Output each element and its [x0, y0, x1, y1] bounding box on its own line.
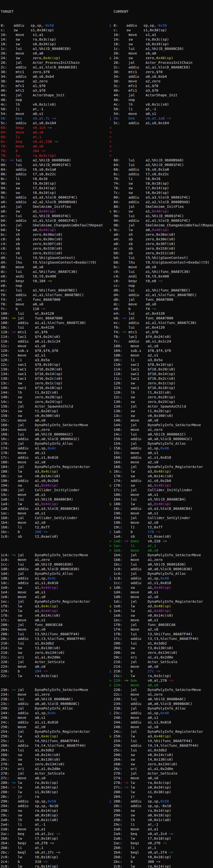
asm-line: 23c: addiu a0,a0,%lo(D_0600BA8C)	[1, 702, 108, 706]
asm-token: 0x40(sp)	[154, 586, 171, 590]
asm-token: 140: swc1 $f16,0x18(sp)	[1, 386, 63, 390]
asm-token: s	[109, 609, 113, 613]
asm-line: 11c: move a1,s0	[1, 344, 108, 348]
asm-line: 1e8: move a2,s0	[1, 595, 108, 599]
asm-line: 198: move a2,s0	[109, 520, 213, 525]
asm-line: 210: lui a1,0x3db2	[1, 641, 108, 646]
asm-line: 108: move a2,s1	[109, 353, 213, 358]
asm-token: mtc1 at,$f6	[15, 330, 47, 334]
asm-line: > 1a8: ~> bnez v0,220 ~>	[109, 539, 213, 544]
asm-line: 1b8: li t2,0xff	[1, 525, 108, 530]
asm-line: 254: jal DynaPolyInfo_RegisterActor	[1, 730, 108, 734]
asm-line: i 218: b 27c ~>	[109, 669, 213, 674]
asm-token: <	[109, 135, 111, 139]
asm-line: e8: ~> jal func_80A87800	[109, 316, 213, 320]
asm-line: 15c: move a0,s0	[1, 418, 108, 423]
asm-line: 284: ~> lw s0,0x34(sp)	[1, 785, 108, 790]
asm-token: 134: jal Actor_SpawnAsChild	[109, 404, 186, 408]
asm-token: 140: move a0,s0	[109, 418, 158, 422]
asm-token: 2a8: lw t7,0x18(sp)	[109, 836, 171, 840]
asm-token: 218: b	[113, 669, 148, 673]
asm-line: 2a4: beq v0,at,2c4 ~>	[109, 832, 213, 836]
asm-line: 54: move a0,s1	[109, 112, 213, 116]
asm-token: 260: addiu t4,t4,%lo(func_80A87F44)	[1, 744, 86, 747]
asm-line: 198: jal Collider_InitCylinder	[1, 488, 108, 492]
asm-line: 40: mfc1 a3,$f0	[1, 88, 108, 93]
asm-line: > 1b0: move a0,s0	[109, 548, 213, 553]
asm-line: 1c4: jal DynaPolyInfo_Alloc	[109, 571, 213, 576]
asm-token: 214: move a0,s0	[109, 664, 158, 669]
asm-line: 10: move s1,a1	[109, 33, 213, 37]
asm-token: 38: move a2,zero	[109, 79, 161, 83]
asm-token: 2a0: move a3,a1	[109, 827, 158, 831]
asm-token: ec: lui a1,%hi(func_80A87BEC)	[1, 288, 77, 292]
asm-token: d4: addiu a1,a1,%lo(func_80A87BEC)	[109, 293, 197, 297]
asm-line: fc: addiu a0,s1,0x1c24	[109, 339, 213, 344]
asm-token: 1b4: jal DynaPolyInfo_SetActorMove	[109, 553, 201, 557]
asm-line: 104: sub.s $f8,$f4,$f6	[109, 348, 213, 353]
asm-token: 30: mtc1 zero,$f0	[1, 70, 50, 74]
asm-line: 110: ~> mtc1 at,$f6	[1, 330, 108, 335]
asm-line: 1b4: jal DynaPolyInfo_SetActorMove	[109, 553, 213, 557]
asm-line: 20: move s0,a0	[1, 51, 108, 56]
asm-token: 90: lui a1,%hi(D_06001F4C)	[109, 214, 184, 218]
asm-token: <	[109, 144, 111, 148]
asm-token: 270: sw zero,0x134(s0)	[1, 762, 65, 766]
asm-line: 128: lh t1,0x32(s0)	[109, 390, 213, 395]
asm-line: 70: move a0,s0	[1, 144, 108, 149]
asm-line: ac: sb zero,0x310(s0)	[109, 246, 213, 251]
asm-token: 94: addiu a1,a1,%lo(D_06001F4C)	[109, 219, 190, 222]
asm-token: > 1b0: move a0,s0	[109, 549, 158, 552]
asm-token: <	[109, 126, 111, 130]
asm-token: 60: beqz v0,1c4	[1, 126, 47, 130]
asm-token	[41, 530, 43, 534]
asm-line: f4: ~> mtc1 at,$f6	[109, 330, 213, 335]
asm-line: 190: addiu a1,s0,0x2b0	[1, 478, 108, 483]
asm-token: 9c: addiu a3,a3,%lo(D_06001F4C)	[1, 195, 77, 199]
asm-line: 14c: sw zero,0x24(sp)	[1, 400, 108, 404]
asm-token: 29c: sw a0,0x18(sp)	[1, 813, 58, 817]
asm-token: 88: addiu t7,s0,0x22c	[1, 172, 56, 176]
current-column-header: CURRENT	[109, 9, 213, 14]
asm-token: 294: sw a0,0x18(sp)	[109, 813, 171, 817]
asm-token: 1e8: sw v0,0x14c(s0)	[109, 614, 173, 617]
asm-token: 18: sw s0,0x34(sp)	[109, 42, 169, 46]
asm-token: 1fc: move a0,s1	[1, 618, 45, 622]
asm-line: | 58: bne v0,at,1a8 ~>	[109, 116, 213, 121]
asm-line: 5c: addiu a1,s0,0x164	[1, 121, 108, 125]
asm-line: 60: beqz v0,1c4 ~>	[1, 125, 108, 130]
asm-token: ~>	[122, 316, 126, 320]
asm-token: ~>	[11, 781, 15, 785]
asm-line: 1e0: sw a1,0x44(sp)	[1, 585, 108, 590]
asm-line: 170: jal DynaPolyInfo_Alloc	[1, 441, 108, 446]
asm-line: 2a4: li at,-1	[1, 822, 108, 827]
asm-token: c8: sb zero,0x310(s0)	[1, 246, 63, 250]
asm-token: ~>	[54, 140, 58, 144]
asm-line: 64: move a0,s0	[1, 130, 108, 135]
asm-line: 22c: lw ra,0x3c(sp)	[1, 674, 108, 678]
asm-line: 210: jal Actor_SetScale	[109, 660, 213, 664]
asm-line: 2c4: b 310 ~>	[1, 860, 108, 864]
asm-line: 184: lui a3,%hi(D_80A88CB4)	[109, 497, 213, 502]
asm-line: s 178: sw a1,0x40(sp)	[109, 483, 213, 488]
asm-line: 19c: li t2,0xff	[109, 525, 213, 530]
asm-token: 18c: sw v0,0x14c(s0)	[1, 474, 60, 478]
asm-token	[154, 530, 156, 534]
asm-token: 294: addiu sp,sp,-0x18	[1, 804, 58, 808]
asm-line: 30: mtc1 zero,$f0	[109, 70, 213, 74]
asm-line: 240: move a0,s1	[109, 715, 213, 720]
asm-line: 4c: lh v0,0x1c(s0)	[109, 102, 213, 107]
asm-line: 20c: ori a1,a1,0x2d0e	[109, 655, 213, 660]
asm-line: 74: sw t8,0x18(sp)	[109, 181, 213, 186]
asm-token: 1e0: sw a1,	[1, 586, 41, 590]
asm-token: 0x48	[161, 711, 169, 715]
asm-line: 184: jal DynaPolyInfo_RegisterActor	[1, 465, 108, 469]
asm-token: 54: move a0,s1	[1, 112, 43, 116]
asm-token: 130: lwc1 $f10,0x28(s0)	[1, 367, 63, 371]
asm-line: 58: beq v0,at,7c ~>	[1, 116, 108, 121]
asm-line: 98: jal SkelAnime_ChangeAnimDefaultRepea…	[109, 223, 213, 228]
asm-line: a0: sh zero,0x30a(s0)	[109, 232, 213, 237]
asm-token: s	[109, 586, 113, 590]
asm-token: 1c0: addiu a0,a0,%lo(D_06001830)	[109, 567, 192, 571]
asm-token: d0: lui t9,%hi(gSaveContext)	[1, 256, 75, 260]
